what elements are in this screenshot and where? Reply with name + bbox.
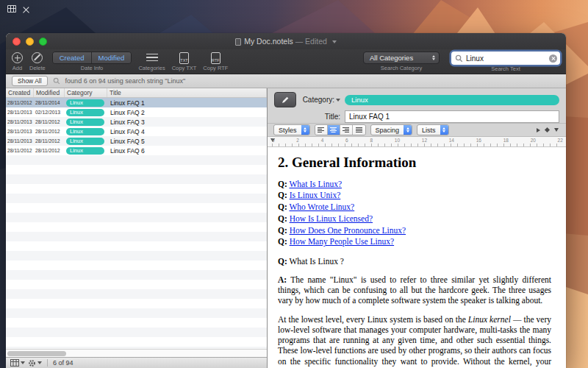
edited-indicator: — Edited	[295, 37, 327, 46]
close-button[interactable]	[12, 38, 21, 46]
column-category[interactable]: Category	[65, 88, 107, 97]
search-field[interactable]	[451, 52, 560, 65]
filter-bar: Show All found 6 on 94 using search stri…	[6, 74, 566, 88]
faq-question-plain: Q: What Is Linux ?	[278, 256, 551, 266]
italic-term: Linux kernel	[468, 315, 511, 324]
faq-link[interactable]: How Is Linux Licensed?	[290, 214, 373, 223]
search-text-group: Search Text	[451, 52, 560, 72]
search-input[interactable]	[466, 54, 546, 63]
cell-modified: 28/11/2012	[34, 119, 65, 124]
column-title[interactable]: Title	[107, 88, 267, 97]
category-value-pill[interactable]: Linux	[345, 95, 559, 105]
add-button[interactable]: Add	[12, 52, 23, 71]
editor-panel: Category: Linux Title: Styles	[267, 88, 566, 368]
show-all-button[interactable]: Show All	[12, 76, 48, 86]
modified-segment-button[interactable]: Modified	[91, 52, 132, 63]
ruler: 02 46 810 1214 1618 2022	[268, 137, 566, 147]
category-badge: Linux	[66, 99, 104, 107]
action-menu-button[interactable]	[28, 359, 42, 367]
date-info-group: Created Modified Date Info	[52, 52, 132, 71]
search-category-popup[interactable]: All Categories	[363, 52, 440, 64]
category-badge: Linux	[66, 128, 104, 135]
spacing-label: Spacing	[376, 127, 400, 134]
paragraph-text: The name "Linux" is used to refer to thr…	[278, 275, 551, 305]
minimize-button[interactable]	[26, 38, 34, 46]
cell-created: 28/11/2013	[6, 129, 34, 134]
chevron-down-icon	[21, 361, 25, 364]
lists-dropdown[interactable]: Lists	[417, 124, 449, 135]
clear-search-icon[interactable]	[549, 54, 557, 63]
categories-button[interactable]: Categories	[138, 52, 165, 71]
align-left-button[interactable]	[315, 125, 328, 135]
paragraph-text: At the lowest level, every Linux system …	[278, 315, 468, 324]
tab-center-icon[interactable]	[545, 127, 550, 132]
cell-category: Linux	[65, 128, 107, 135]
category-badge: Linux	[66, 138, 104, 145]
faq-question-line: Q: How Does One Pronounce Linux?	[278, 225, 551, 236]
cell-created: 28/11/2012	[6, 148, 34, 153]
table-row[interactable]: 28/11/2012 28/11/2012 Linux Linux FAQ 6	[6, 146, 267, 155]
document-name: My Doc.notels	[244, 37, 293, 46]
search-category-label: Search Category	[381, 65, 422, 71]
column-created[interactable]: Created	[6, 88, 34, 97]
table-row[interactable]: 28/11/2012 28/11/2014 Linux Linux FAQ 1	[6, 98, 267, 107]
close-icon[interactable]	[22, 5, 30, 13]
popup-chevrons-icon	[432, 55, 435, 60]
table-row[interactable]: 28/11/2013 28/11/2012 Linux Linux FAQ 3	[6, 117, 267, 127]
tab-right-icon[interactable]	[537, 128, 540, 132]
search-category-group: All Categories Search Category	[363, 52, 440, 72]
horizontal-scrollbar[interactable]	[6, 349, 267, 357]
faq-link[interactable]: What Is Linux?	[289, 180, 342, 188]
document-proxy-icon[interactable]	[235, 38, 241, 46]
cell-modified: 28/11/2012	[34, 129, 65, 134]
table-grid-icon	[10, 359, 19, 367]
category-badge: Linux	[66, 147, 104, 155]
rtf-file-icon: RTF	[211, 52, 220, 64]
note-meta-section: Category: Linux Title:	[268, 88, 566, 124]
faq-question-line: Q: What Is Linux?	[278, 179, 551, 189]
cell-modified: 28/11/2012	[34, 138, 65, 144]
faq-link[interactable]: How Many People Use Linux?	[290, 237, 394, 246]
delete-icon	[32, 52, 43, 63]
search-text-label: Search Text	[491, 66, 520, 72]
record-count: 6 of 94	[53, 359, 74, 367]
tab-down-icon[interactable]	[554, 128, 559, 132]
title-chevron-icon[interactable]	[332, 40, 337, 43]
cell-created: 28/11/2012	[6, 100, 34, 105]
copy-txt-button[interactable]: TXT Copy TXT	[172, 52, 197, 71]
align-justify-button[interactable]	[353, 125, 365, 135]
table-row[interactable]: 28/11/2013 28/11/2012 Linux Linux FAQ 5	[6, 136, 267, 146]
pencil-icon	[280, 95, 290, 105]
categories-label: Categories	[138, 65, 165, 71]
cell-modified: 28/11/2012	[34, 148, 65, 153]
add-label: Add	[12, 65, 22, 71]
column-modified[interactable]: Modified	[34, 88, 65, 97]
faq-link[interactable]: Is Linux Unix?	[290, 191, 341, 199]
faq-link[interactable]: Who Wrote Linux?	[289, 202, 354, 211]
add-icon	[12, 52, 23, 63]
scrollbar-thumb[interactable]	[7, 351, 66, 356]
copy-rtf-button[interactable]: RTF Copy RTF	[203, 52, 228, 71]
view-options-button[interactable]	[10, 359, 25, 367]
table-row[interactable]: 28/11/2013 28/11/2012 Linux Linux FAQ 4	[6, 127, 267, 136]
delete-button[interactable]: Delete	[29, 52, 46, 71]
faq-link[interactable]: How Does One Pronounce Linux?	[290, 226, 406, 235]
delete-label: Delete	[29, 65, 46, 71]
table-body[interactable]: 28/11/2012 28/11/2014 Linux Linux FAQ 1 …	[6, 98, 267, 349]
align-right-button[interactable]	[340, 125, 353, 135]
document-editor[interactable]: 2. General Information Q: What Is Linux?…	[268, 147, 566, 368]
edit-button[interactable]	[274, 92, 296, 107]
align-center-button[interactable]	[328, 125, 340, 135]
category-field-label: Category:	[296, 96, 342, 104]
styles-dropdown[interactable]: Styles	[273, 124, 310, 135]
table-row[interactable]: 28/11/2013 02/12/2013 Linux Linux FAQ 2	[6, 107, 267, 117]
zoom-button[interactable]	[39, 38, 47, 46]
titlebar[interactable]: My Doc.notels — Edited	[6, 33, 566, 49]
cell-created: 28/11/2013	[6, 119, 34, 124]
created-segment-button[interactable]: Created	[53, 52, 91, 63]
spacing-dropdown[interactable]: Spacing	[370, 124, 413, 135]
cell-category: Linux	[65, 147, 107, 155]
title-field[interactable]	[345, 110, 559, 123]
grid-icon[interactable]	[7, 5, 16, 13]
category-chevron-icon[interactable]	[336, 99, 340, 102]
